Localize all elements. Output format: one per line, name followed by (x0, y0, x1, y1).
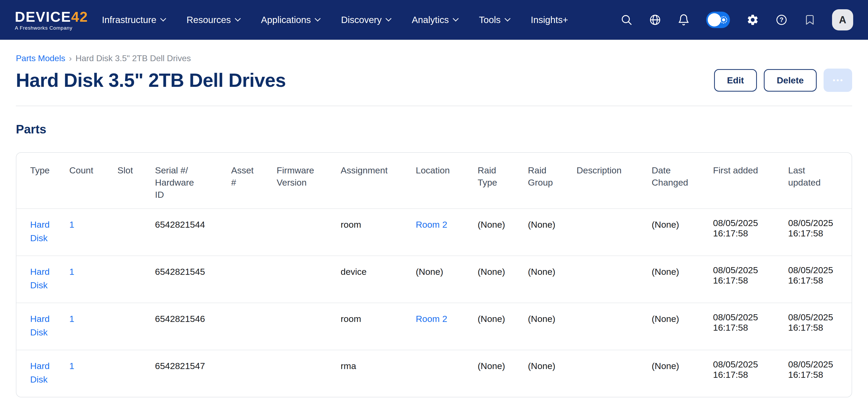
cell-asset (231, 303, 277, 350)
cell-raid-group: (None) (528, 209, 577, 256)
date-changed-value: (None) (652, 314, 679, 324)
nav-menu-analytics[interactable]: Analytics (412, 15, 458, 25)
cell-serial: 6542821544 (155, 209, 231, 256)
count-link[interactable]: 1 (69, 314, 74, 324)
type-link[interactable]: Hard Disk (30, 267, 50, 290)
cell-slot (117, 303, 155, 350)
cell-last-updated: 08/05/2025 16:17:58 (788, 303, 851, 350)
cell-type: Hard Disk (17, 350, 69, 397)
raid-group-value: (None) (528, 314, 555, 324)
theme-toggle[interactable] (706, 12, 730, 28)
parts-section-title: Parts (16, 122, 852, 136)
first-added-value: 08/05/2025 16:17:58 (713, 265, 758, 285)
device42-logo[interactable]: DEVICE 42 A Freshworks Company (15, 9, 88, 30)
assignment-value: room (341, 220, 361, 230)
notifications-bell-icon[interactable] (678, 14, 690, 26)
chevron-down-icon (160, 16, 166, 22)
nav-menu-label: Insights+ (531, 15, 568, 25)
column-header-raid-type: Raid Type (478, 153, 528, 209)
cell-serial: 6542821547 (155, 350, 231, 397)
breadcrumb: Parts Models › Hard Disk 3.5" 2TB Dell D… (16, 54, 852, 63)
column-header-location: Location (416, 153, 478, 209)
edit-button[interactable]: Edit (714, 69, 757, 92)
cell-slot (117, 350, 155, 397)
cell-date-changed: (None) (652, 209, 713, 256)
globe-icon[interactable] (649, 14, 661, 26)
type-link[interactable]: Hard Disk (30, 361, 50, 384)
cell-raid-type: (None) (478, 209, 528, 256)
chevron-down-icon (504, 16, 510, 22)
cell-location: Room 2 (416, 209, 478, 256)
breadcrumb-parts-models-link[interactable]: Parts Models (16, 54, 65, 63)
parts-table: TypeCountSlotSerial #/ Hardware IDAsset … (17, 153, 851, 397)
count-link[interactable]: 1 (69, 267, 74, 277)
raid-type-value: (None) (478, 267, 505, 277)
breadcrumb-separator: › (69, 54, 72, 63)
search-icon[interactable] (620, 14, 632, 26)
nav-menu-label: Infrastructure (102, 15, 156, 25)
raid-group-value: (None) (528, 220, 555, 230)
nav-menu-resources[interactable]: Resources (186, 15, 240, 25)
nav-menu-infrastructure[interactable]: Infrastructure (102, 15, 165, 25)
last-updated-value: 08/05/2025 16:17:58 (788, 359, 833, 380)
column-header-type: Type (17, 153, 69, 209)
cell-assignment: rma (341, 350, 416, 397)
date-changed-value: (None) (652, 220, 679, 230)
avatar-initial: A (839, 14, 846, 26)
column-header-date-changed: Date Changed (652, 153, 713, 209)
nav-menu-discovery[interactable]: Discovery (341, 15, 391, 25)
location-link[interactable]: Room 2 (416, 220, 447, 230)
brand-42: 42 (71, 9, 88, 24)
raid-group-value: (None) (528, 267, 555, 277)
cell-count: 1 (69, 303, 117, 350)
nav-menu-tools[interactable]: Tools (479, 15, 509, 25)
cell-firmware (277, 350, 341, 397)
nav-menu-label: Analytics (412, 15, 449, 25)
cell-last-updated: 08/05/2025 16:17:58 (788, 350, 851, 397)
assignment-value: room (341, 314, 361, 324)
last-updated-value: 08/05/2025 16:17:58 (788, 312, 833, 333)
column-header-asset: Asset # (231, 153, 277, 209)
raid-group-value: (None) (528, 361, 555, 371)
cell-count: 1 (69, 256, 117, 303)
bookmark-icon[interactable] (804, 14, 816, 26)
title-row: Hard Disk 3.5" 2TB Dell Drives Edit Dele… (16, 68, 852, 92)
cell-raid-type: (None) (478, 256, 528, 303)
count-link[interactable]: 1 (69, 361, 74, 371)
cell-first-added: 08/05/2025 16:17:58 (713, 350, 788, 397)
user-avatar[interactable]: A (832, 9, 853, 30)
nav-menu-label: Discovery (341, 15, 382, 25)
page-title: Hard Disk 3.5" 2TB Dell Drives (16, 69, 286, 91)
type-link[interactable]: Hard Disk (30, 314, 50, 337)
sun-icon (719, 16, 728, 24)
nav-menu-insights[interactable]: Insights+ (531, 15, 568, 25)
table-row: Hard Disk16542821547rma(None)(None)(None… (17, 350, 851, 397)
cell-first-added: 08/05/2025 16:17:58 (713, 256, 788, 303)
cell-type: Hard Disk (17, 209, 69, 256)
type-link[interactable]: Hard Disk (30, 220, 50, 243)
cell-count: 1 (69, 350, 117, 397)
delete-button[interactable]: Delete (764, 69, 817, 92)
settings-gear-icon[interactable] (746, 13, 759, 26)
table-header-row: TypeCountSlotSerial #/ Hardware IDAsset … (17, 153, 851, 209)
last-updated-value: 08/05/2025 16:17:58 (788, 265, 833, 285)
chevron-down-icon (235, 16, 241, 22)
nav-menu-applications[interactable]: Applications (261, 15, 320, 25)
cell-description (577, 256, 652, 303)
chevron-down-icon (385, 16, 392, 22)
location-value: (None) (416, 267, 443, 277)
nav-menu-label: Resources (186, 15, 230, 25)
cell-location: (None) (416, 256, 478, 303)
count-link[interactable]: 1 (69, 220, 74, 230)
brand-tagline: A Freshworks Company (15, 25, 88, 30)
date-changed-value: (None) (652, 267, 679, 277)
help-icon[interactable]: ? (775, 14, 787, 26)
location-link[interactable]: Room 2 (416, 314, 447, 324)
column-header-last-updated: Last updated (788, 153, 851, 209)
cell-raid-group: (None) (528, 256, 577, 303)
cell-date-changed: (None) (652, 256, 713, 303)
more-actions-button[interactable]: ••• (824, 68, 852, 92)
svg-text:?: ? (780, 16, 784, 23)
cell-type: Hard Disk (17, 256, 69, 303)
cell-description (577, 303, 652, 350)
